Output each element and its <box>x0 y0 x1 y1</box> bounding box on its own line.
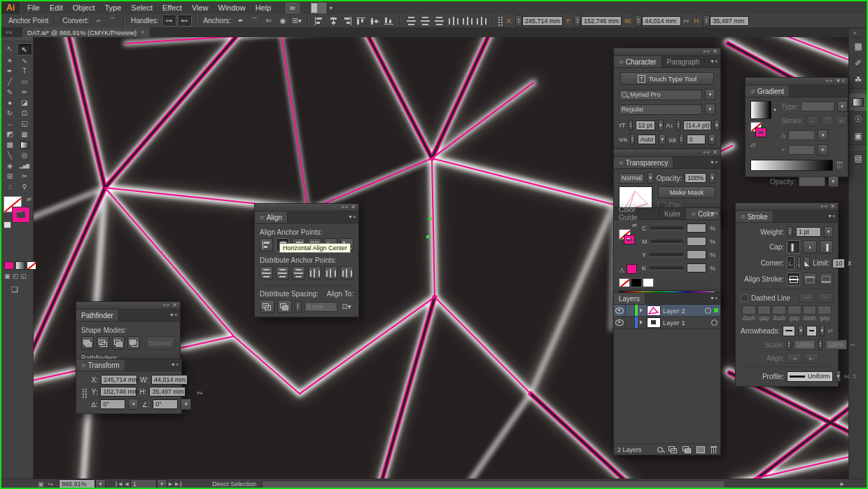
tab-paragraph[interactable]: Paragraph <box>662 56 706 67</box>
gradient-swatch-dropdown[interactable]: ▼ <box>773 108 777 112</box>
magic-wand-tool[interactable]: ✶ <box>3 55 18 66</box>
brushes-panel-icon[interactable]: ✐ <box>849 55 867 71</box>
shear-field[interactable]: 0° <box>153 399 178 409</box>
channel-value-field[interactable] <box>687 250 706 259</box>
blend-tool[interactable]: ◎ <box>18 150 32 160</box>
tab-layers[interactable]: Layers <box>614 293 645 304</box>
tab-pathfinder[interactable]: Pathfinder <box>76 310 119 321</box>
make-mask-button[interactable]: Make Mask <box>658 186 715 198</box>
tab-transparency[interactable]: ≎Transparency <box>614 157 673 168</box>
bridge-icon[interactable]: Br <box>286 3 300 13</box>
tab-transform[interactable]: ≎Transform <box>76 359 125 371</box>
aspect-ratio-field[interactable] <box>788 145 815 155</box>
constrain-proportions-icon[interactable]: ∾ <box>681 17 691 25</box>
layer-expand-icon[interactable] <box>640 320 643 324</box>
menu-edit[interactable]: Edit <box>45 1 68 14</box>
close-panel-icon[interactable]: ✕ <box>351 204 356 210</box>
gamut-warning-icon[interactable]: ⚠ <box>619 267 624 274</box>
width-tool[interactable]: ↔ <box>3 118 18 129</box>
scale-start-stepper[interactable]: ▲▼ <box>787 339 791 350</box>
tab-align[interactable]: ≎Align <box>255 212 288 223</box>
flip-across-icon[interactable]: ⇅ <box>852 373 857 380</box>
delete-stop-icon[interactable] <box>836 162 843 169</box>
tracking-stepper[interactable]: ▲▼ <box>679 134 684 145</box>
line-segment-tool[interactable]: ╱ <box>3 76 18 87</box>
hide-handles-button[interactable]: ⊷ <box>178 15 192 27</box>
gradient-slider[interactable] <box>750 160 833 171</box>
transform-w-field[interactable]: 44,014 mm <box>151 375 188 385</box>
default-fill-stroke-icon[interactable] <box>4 221 11 228</box>
arrowhead-start-arrow[interactable]: ▼ <box>798 325 804 336</box>
menu-window[interactable]: Window <box>214 1 251 14</box>
vertical-distribute-top-button[interactable] <box>405 15 418 26</box>
dash-field-2[interactable] <box>772 305 786 315</box>
rotate-dropdown[interactable]: ▼ <box>128 399 139 410</box>
gradient-button[interactable] <box>15 261 25 270</box>
layer-name[interactable]: Layer 2 <box>663 307 685 315</box>
horizontal-align-left-button[interactable] <box>313 15 326 26</box>
collapse-panel-icon[interactable]: «« <box>703 48 710 55</box>
dash-field-4[interactable] <box>803 305 817 315</box>
first-artboard-icon[interactable]: ❙◀ <box>113 481 123 487</box>
touch-type-tool-button[interactable]: T Touch Type Tool <box>620 72 714 85</box>
arrange-documents-icon[interactable] <box>311 3 326 13</box>
convert-to-corner-button[interactable]: ⌐ <box>92 15 105 26</box>
panel-menu-icon[interactable]: ▼≡ <box>827 214 835 219</box>
distribute-h-right-button[interactable] <box>340 266 354 280</box>
dash-field-3[interactable] <box>788 305 802 315</box>
channel-slider[interactable] <box>650 226 683 230</box>
gradient-tool[interactable] <box>18 139 32 150</box>
collapse-panel-icon[interactable]: «« <box>341 204 349 210</box>
scroll-right-arrow[interactable]: ▶ <box>839 481 846 487</box>
appearance-panel-icon[interactable]: ☉ <box>849 111 867 128</box>
font-family-dropdown[interactable]: ▼ <box>705 89 715 100</box>
layer-lock-cell[interactable] <box>626 305 635 316</box>
horizontal-distribute-center-button[interactable] <box>461 15 474 26</box>
zoom-tool[interactable]: ⚲ <box>18 181 32 192</box>
channel-value-field[interactable] <box>687 223 706 233</box>
pen-tool[interactable]: ✒ <box>3 66 18 76</box>
kerning-field[interactable]: Auto <box>638 135 657 144</box>
menu-select[interactable]: Select <box>126 1 158 14</box>
swatches-panel-icon[interactable]: ▦ <box>849 38 867 55</box>
flip-along-icon[interactable]: ⋈ <box>844 373 849 380</box>
color-button[interactable] <box>4 261 14 270</box>
horizontal-align-center-button[interactable] <box>327 15 340 26</box>
close-panel-icon[interactable]: ✕ <box>830 203 836 209</box>
distribute-h-left-button[interactable] <box>308 266 321 280</box>
panel-menu-icon[interactable]: ▼≡ <box>710 296 718 301</box>
kerning-stepper[interactable]: ▲▼ <box>630 134 635 145</box>
layer-expand-icon[interactable] <box>640 308 643 312</box>
transform-h-field[interactable]: 35,497 mm <box>149 387 186 397</box>
lasso-tool[interactable]: ∿ <box>18 55 32 66</box>
blob-brush-tool[interactable]: ● <box>3 97 18 108</box>
eyedropper-tool[interactable]: ╲ <box>3 150 18 160</box>
direct-selection-tool[interactable]: ⇖ <box>18 43 32 55</box>
vertical-align-bottom-button[interactable] <box>383 15 396 26</box>
vertical-align-center-button[interactable] <box>369 15 382 26</box>
link-scales-icon[interactable]: ∾ <box>850 341 855 348</box>
symbols-panel-icon[interactable]: ☘ <box>849 71 867 88</box>
arrowhead-start-dropdown[interactable] <box>783 326 795 336</box>
graphic-styles-panel-icon[interactable]: ▣ <box>849 128 867 144</box>
stroke-gradient-along-button[interactable]: ⌒ <box>821 116 833 126</box>
close-panel-icon[interactable]: ✕ <box>172 302 178 308</box>
layer-lock-cell[interactable] <box>626 317 635 328</box>
reverse-gradient-icon[interactable]: ⇄ <box>750 142 756 149</box>
weight-field[interactable]: 1 pt <box>796 227 821 237</box>
zoom-level-field[interactable]: 866,91% <box>59 479 95 489</box>
close-panel-icon[interactable]: ✕ <box>713 48 718 55</box>
arrowhead-end-arrow[interactable]: ▼ <box>820 325 825 336</box>
pencil-tool[interactable]: ✏ <box>18 87 32 97</box>
collapse-panel-icon[interactable]: «« <box>162 302 170 308</box>
document-tab[interactable]: DAT.ai* @ 866,91% (CMYK/Preview) × <box>22 27 150 37</box>
kerning-dropdown[interactable]: ▼ <box>659 134 666 145</box>
limit-field[interactable]: 10 <box>832 259 845 268</box>
distribute-v-bottom-button[interactable] <box>292 266 305 280</box>
align-stroke-center-button[interactable] <box>787 273 800 286</box>
constrain-proportions-icon[interactable]: ∾ <box>195 389 204 397</box>
round-join-button[interactable]: ◟ <box>797 256 802 270</box>
tracking-field[interactable]: 0 <box>687 135 706 144</box>
bevel-join-button[interactable]: ◣ <box>804 256 810 270</box>
align-panel-header[interactable]: «« ✕ <box>255 204 358 212</box>
